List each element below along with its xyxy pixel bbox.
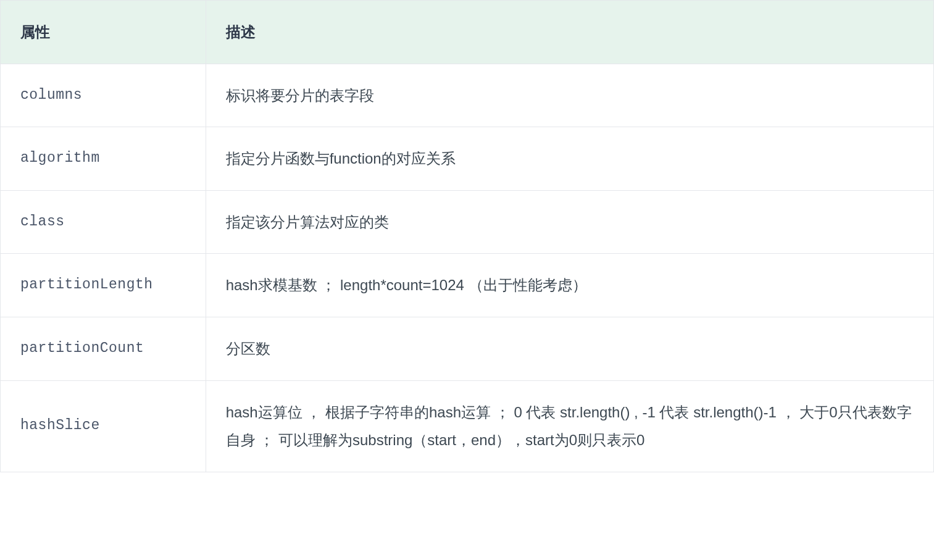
cell-attribute: hashSlice xyxy=(1,380,206,472)
table-header-row: 属性 描述 xyxy=(1,1,934,64)
table-row: class 指定该分片算法对应的类 xyxy=(1,190,934,254)
cell-description: 指定分片函数与function的对应关系 xyxy=(206,127,933,191)
table-row: hashSlice hash运算位 ， 根据子字符串的hash运算 ； 0 代表… xyxy=(1,380,934,472)
attributes-table: 属性 描述 columns 标识将要分片的表字段 algorithm 指定分片函… xyxy=(0,0,934,472)
cell-description: hash求模基数 ； length*count=1024 （出于性能考虑） xyxy=(206,254,933,317)
header-description: 描述 xyxy=(206,1,933,64)
cell-description: 分区数 xyxy=(206,317,933,380)
cell-description: 指定该分片算法对应的类 xyxy=(206,190,933,254)
cell-attribute: partitionLength xyxy=(1,254,206,317)
table-row: algorithm 指定分片函数与function的对应关系 xyxy=(1,127,934,191)
table-row: columns 标识将要分片的表字段 xyxy=(1,64,934,127)
header-attribute: 属性 xyxy=(1,1,206,64)
table-row: partitionLength hash求模基数 ； length*count=… xyxy=(1,254,934,317)
cell-description: 标识将要分片的表字段 xyxy=(206,64,933,127)
cell-attribute: algorithm xyxy=(1,127,206,191)
cell-attribute: class xyxy=(1,190,206,254)
cell-description: hash运算位 ， 根据子字符串的hash运算 ； 0 代表 str.lengt… xyxy=(206,380,933,472)
cell-attribute: partitionCount xyxy=(1,317,206,380)
cell-attribute: columns xyxy=(1,64,206,127)
table-row: partitionCount 分区数 xyxy=(1,317,934,380)
